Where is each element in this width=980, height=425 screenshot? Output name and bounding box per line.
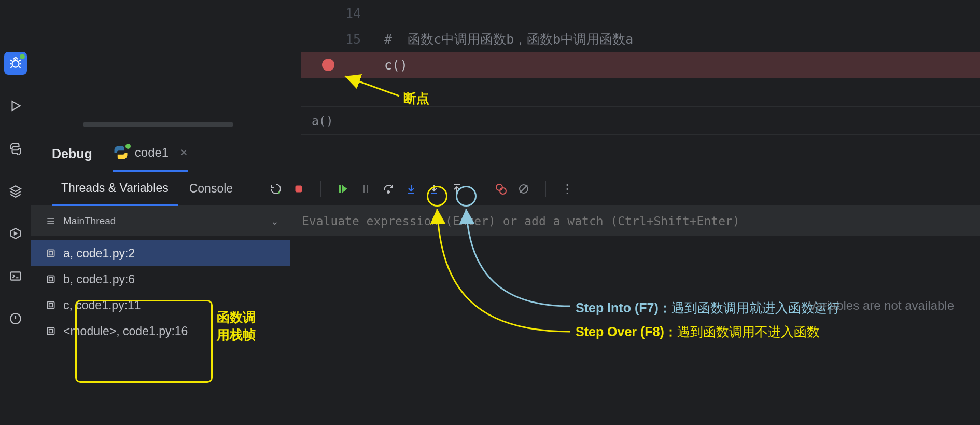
layers-icon [9, 184, 22, 198]
svg-rect-6 [339, 185, 341, 193]
code-editor[interactable]: 14 15 # 函数c中调用函数b，函数b中调用函数a c() a() [301, 0, 980, 135]
frame-icon [46, 274, 56, 284]
line-number: 14 [345, 6, 361, 21]
step-into-button[interactable] [401, 179, 422, 199]
thread-name: MainThread [63, 215, 116, 227]
svg-point-11 [500, 188, 506, 194]
svg-rect-2 [10, 272, 21, 280]
tab-threads-variables[interactable]: Threads & Variables [52, 172, 178, 206]
code-comment: # 函数c中调用函数b，函数b中调用函数a [384, 32, 633, 47]
svg-rect-19 [47, 327, 54, 334]
top-area: 14 15 # 函数c中调用函数b，函数b中调用函数a c() a() [31, 0, 980, 135]
python-icon [9, 142, 22, 155]
play-icon [9, 99, 22, 113]
debug-tool[interactable] [4, 52, 27, 75]
stack-frame[interactable]: b, code1.py:6 [31, 266, 290, 292]
rerun-button[interactable] [265, 179, 286, 199]
editor-line-breakpoint[interactable]: c() [301, 52, 980, 78]
annotation-step-over-circle [427, 186, 447, 207]
stack-frame[interactable]: c, code1.py:11 [31, 292, 290, 318]
debug-title: Debug [52, 146, 92, 161]
thread-selector[interactable]: MainThread ⌄ [31, 206, 290, 236]
pause-button[interactable] [355, 179, 376, 199]
resume-button[interactable] [332, 179, 353, 199]
terminal-icon [9, 269, 22, 283]
editor-sticky-context[interactable]: a() [301, 107, 980, 135]
run-tool[interactable] [4, 94, 27, 117]
svg-rect-14 [49, 252, 53, 255]
variables-panel: Variables are not available [290, 206, 980, 425]
close-icon[interactable]: ✕ [180, 147, 188, 158]
svg-rect-20 [49, 330, 53, 333]
python-console-tool[interactable] [4, 137, 27, 160]
step-over-button[interactable] [378, 179, 399, 199]
project-panel-collapsed [31, 0, 301, 135]
frame-icon [46, 300, 56, 310]
warning-icon [9, 312, 22, 325]
evaluate-input[interactable] [302, 214, 980, 228]
separator [479, 181, 479, 197]
svg-rect-5 [296, 186, 302, 192]
mute-breakpoints-button[interactable] [513, 179, 534, 199]
debug-run-tab[interactable]: code1 ✕ [113, 135, 188, 172]
tab-console[interactable]: Console [180, 172, 242, 206]
svg-rect-18 [49, 304, 53, 307]
svg-rect-15 [47, 276, 54, 282]
separator [320, 181, 321, 197]
svg-point-0 [12, 61, 19, 67]
separator [545, 181, 546, 197]
problems-tool[interactable] [4, 307, 27, 330]
thread-icon [46, 216, 56, 226]
svg-rect-7 [363, 185, 365, 193]
structure-tool[interactable] [4, 180, 27, 202]
chevron-down-icon: ⌄ [271, 215, 279, 227]
variables-unavailable-msg: Variables are not available [290, 298, 980, 313]
python-file-icon [113, 145, 129, 160]
breakpoint-icon[interactable] [322, 59, 334, 71]
separator [254, 181, 254, 197]
stack-frame[interactable]: a, code1.py:2 [31, 240, 290, 266]
svg-rect-8 [367, 185, 368, 193]
debug-header: Debug code1 ✕ [31, 135, 980, 172]
stack-frame[interactable]: <module>, code1.py:16 [31, 318, 290, 344]
debug-panel: Debug code1 ✕ Threads & Variables Consol… [31, 135, 980, 425]
stop-button[interactable] [288, 179, 309, 199]
evaluate-expression-bar[interactable] [290, 206, 980, 236]
svg-point-10 [496, 184, 502, 190]
svg-point-4 [278, 191, 280, 194]
debug-toolbar: Threads & Variables Console ⋮ [31, 172, 980, 206]
view-breakpoints-button[interactable] [491, 179, 511, 199]
svg-rect-17 [47, 301, 54, 308]
terminal-tool[interactable] [4, 265, 27, 287]
frame-icon [46, 248, 56, 258]
bug-icon [9, 57, 22, 70]
horizontal-scrollbar[interactable] [83, 122, 233, 127]
services-tool[interactable] [4, 222, 27, 245]
more-actions-button[interactable]: ⋮ [557, 179, 578, 199]
editor-line[interactable]: 15 # 函数c中调用函数b，函数b中调用函数a [301, 26, 980, 52]
services-icon [9, 227, 22, 240]
annotation-step-into-circle [456, 186, 477, 207]
code-text: c() [379, 58, 980, 73]
stack-frames: a, code1.py:2 b, code1.py:6 c, code1.py:… [31, 236, 290, 425]
svg-rect-13 [47, 250, 54, 256]
frame-icon [46, 326, 56, 336]
frames-panel: MainThread ⌄ a, code1.py:2 b, code1.py:6… [31, 206, 290, 425]
debug-run-tab-label: code1 [135, 145, 169, 160]
debug-body: MainThread ⌄ a, code1.py:2 b, code1.py:6… [31, 206, 980, 425]
editor-line[interactable]: 14 [301, 0, 980, 26]
svg-rect-16 [49, 278, 53, 281]
line-number: 15 [345, 32, 361, 47]
left-toolstrip [0, 0, 31, 425]
svg-point-9 [387, 191, 389, 193]
